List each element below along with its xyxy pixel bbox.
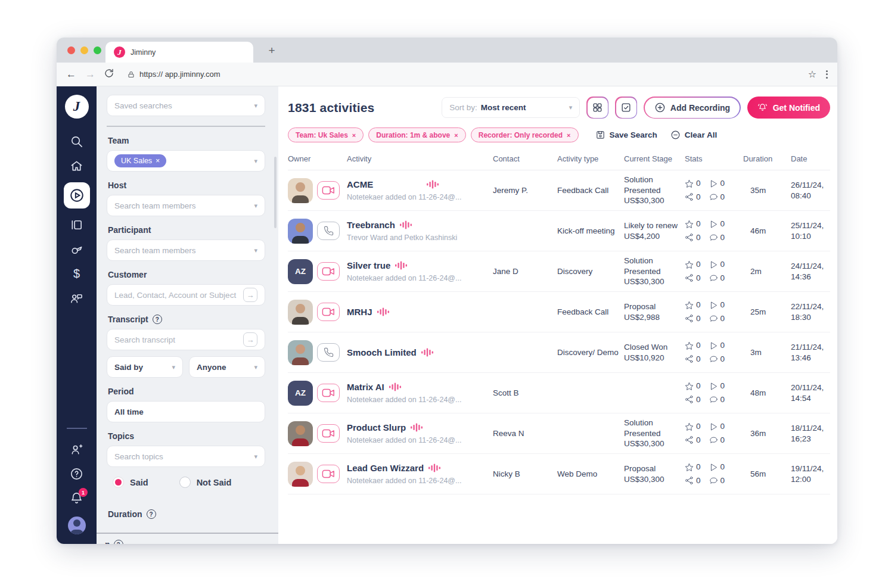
- table-row[interactable]: AZ Silver true Notetekaer added on 11-26…: [288, 251, 830, 292]
- col-activity[interactable]: Activity: [347, 154, 492, 163]
- period-select[interactable]: All time: [107, 401, 265, 422]
- filter-chip-duration[interactable]: Duration: 1m & above ×: [368, 127, 465, 142]
- play-count-stat[interactable]: 0: [709, 421, 725, 432]
- transcript-input[interactable]: [114, 335, 240, 344]
- address-bar[interactable]: https:// app.jiminny.com: [128, 70, 799, 79]
- star-stat[interactable]: 0: [685, 421, 701, 432]
- comments-stat[interactable]: 0: [709, 394, 725, 405]
- video-call-icon[interactable]: [317, 181, 340, 200]
- team-pill[interactable]: UK Sales ×: [114, 154, 166, 167]
- activity-name[interactable]: ACME: [347, 179, 373, 191]
- video-call-icon[interactable]: [317, 465, 340, 483]
- duration-help-icon[interactable]: ?: [147, 509, 156, 519]
- star-stat[interactable]: 0: [685, 300, 701, 310]
- activity-name[interactable]: Lead Gen Wizzard: [347, 462, 424, 474]
- share-stat[interactable]: 0: [685, 435, 701, 446]
- get-notified-button[interactable]: Get Notified: [747, 97, 830, 119]
- said-by-scope-select[interactable]: Anyone: [189, 356, 265, 378]
- said-by-select[interactable]: Said by: [107, 356, 183, 378]
- comments-stat[interactable]: 0: [709, 475, 725, 486]
- recordings-nav-active[interactable]: [64, 182, 90, 209]
- browser-tab-jiminny[interactable]: J Jiminny: [105, 42, 253, 63]
- add-recording-button[interactable]: Add Recording: [644, 97, 740, 119]
- col-contact[interactable]: Contact: [493, 154, 556, 163]
- col-duration[interactable]: Duration: [743, 154, 790, 163]
- star-stat[interactable]: 0: [685, 340, 701, 351]
- radio-not-said-dot[interactable]: [179, 477, 191, 488]
- coaching-whistle-icon[interactable]: [70, 242, 83, 256]
- sort-select[interactable]: Sort by: Most recent: [442, 97, 580, 118]
- transcript-submit-arrow-icon[interactable]: →: [243, 332, 257, 347]
- activity-name[interactable]: Matrix AI: [347, 381, 384, 393]
- star-stat[interactable]: 0: [685, 259, 701, 270]
- table-row[interactable]: Treebranch Trevor Ward and Petko Kashins…: [288, 211, 830, 251]
- help-icon[interactable]: [70, 467, 83, 481]
- clear-all-button[interactable]: Clear All: [670, 130, 717, 140]
- comments-stat[interactable]: 0: [709, 273, 725, 284]
- play-count-stat[interactable]: 0: [709, 219, 725, 229]
- maximize-window-button[interactable]: [94, 46, 101, 54]
- customer-submit-arrow-icon[interactable]: →: [243, 288, 257, 302]
- activity-name[interactable]: MRHJ: [347, 306, 372, 318]
- star-stat[interactable]: 0: [685, 178, 701, 189]
- comments-stat[interactable]: 0: [709, 232, 725, 243]
- video-call-icon[interactable]: [317, 262, 340, 281]
- library-panels-icon[interactable]: [70, 218, 83, 232]
- play-count-stat[interactable]: 0: [709, 300, 725, 310]
- phone-call-icon[interactable]: [317, 222, 340, 240]
- share-stat[interactable]: 0: [685, 192, 701, 203]
- play-count-stat[interactable]: 0: [709, 340, 725, 351]
- remove-chip-icon[interactable]: ×: [567, 132, 570, 139]
- comments-stat[interactable]: 0: [709, 313, 725, 324]
- share-stat[interactable]: 0: [685, 313, 701, 324]
- share-stat[interactable]: 0: [685, 394, 701, 405]
- close-window-button[interactable]: [67, 46, 75, 54]
- back-icon[interactable]: ←: [66, 69, 76, 79]
- home-icon[interactable]: [70, 159, 83, 173]
- grid-view-button[interactable]: [586, 97, 608, 119]
- browser-menu-icon[interactable]: [826, 70, 828, 79]
- panel-scrollbar[interactable]: [274, 157, 277, 228]
- filter-chip-team[interactable]: Team: Uk Sales ×: [288, 127, 364, 142]
- invite-user-icon[interactable]: [70, 443, 83, 456]
- share-stat[interactable]: 0: [685, 475, 701, 486]
- save-search-button[interactable]: Save Search: [595, 130, 657, 140]
- table-row[interactable]: AZ Matrix AI Notetekaer added on 11-26-2…: [288, 373, 830, 413]
- share-stat[interactable]: 0: [685, 232, 701, 243]
- remove-chip-icon[interactable]: ×: [352, 132, 356, 139]
- transcript-help-icon[interactable]: ?: [153, 315, 162, 324]
- table-row[interactable]: Product Slurp Notetekaer added on 11-26-…: [288, 413, 830, 454]
- window-controls[interactable]: [67, 46, 101, 54]
- col-current-stage[interactable]: Current Stage: [624, 154, 684, 163]
- video-call-icon[interactable]: [317, 303, 340, 321]
- play-count-stat[interactable]: 0: [709, 259, 725, 270]
- col-activity-type[interactable]: Activity type: [557, 154, 623, 163]
- share-stat[interactable]: 0: [685, 354, 701, 365]
- topics-select[interactable]: Search topics: [107, 446, 265, 467]
- table-row[interactable]: ACME Notetekaer added on 11-26-24@... Je…: [288, 170, 830, 211]
- saved-searches-select[interactable]: Saved searches: [107, 95, 265, 116]
- star-stat[interactable]: 0: [685, 219, 701, 229]
- star-stat[interactable]: 0: [685, 462, 701, 472]
- share-stat[interactable]: 0: [685, 273, 701, 284]
- minimize-window-button[interactable]: [80, 46, 88, 54]
- play-count-stat[interactable]: 0: [709, 381, 725, 391]
- jiminny-logo[interactable]: J: [65, 95, 89, 119]
- search-icon[interactable]: [70, 135, 83, 148]
- radio-said-dot[interactable]: [113, 477, 124, 488]
- video-call-icon[interactable]: [317, 424, 340, 443]
- activity-name[interactable]: Product Slurp: [347, 422, 406, 434]
- remove-chip-icon[interactable]: ×: [454, 132, 458, 139]
- user-avatar[interactable]: [68, 517, 86, 534]
- table-row[interactable]: MRHJ Feedback Call Proposal US$2,988 0 0: [288, 292, 830, 332]
- team-chat-icon[interactable]: [70, 291, 83, 305]
- team-select[interactable]: UK Sales ×: [107, 150, 265, 172]
- star-stat[interactable]: 0: [685, 381, 701, 391]
- radio-not-said[interactable]: Not Said: [179, 477, 232, 488]
- select-mode-button[interactable]: [615, 97, 637, 119]
- deals-dollar-icon[interactable]: $: [73, 267, 80, 281]
- col-owner[interactable]: Owner: [288, 154, 346, 163]
- phone-call-icon[interactable]: [317, 343, 340, 362]
- comments-stat[interactable]: 0: [709, 192, 725, 203]
- play-count-stat[interactable]: 0: [709, 462, 725, 472]
